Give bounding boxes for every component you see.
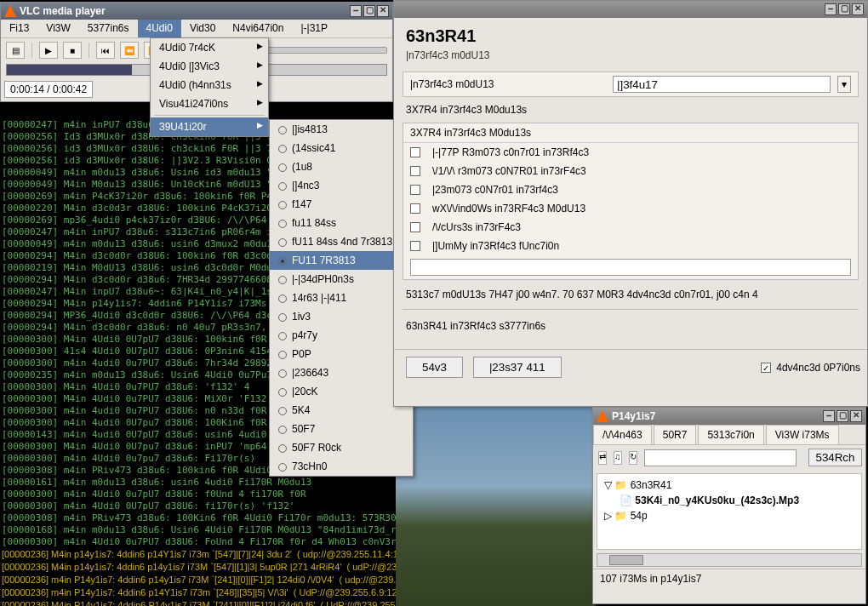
horizontal-scrollbar[interactable] [597, 553, 862, 567]
equalizer-submenu: |]is4813(14ssic41(1u8|]4nc3f147fu11 84ss… [269, 119, 414, 477]
close-icon[interactable]: ✕ [850, 410, 862, 422]
extra-modules-group: 3X7R4 in73rf4c3 M0du13s |-|77P R3m073 c0… [403, 123, 859, 280]
dropdown-icon[interactable]: ▾ [837, 76, 851, 93]
interface-module-field[interactable] [613, 76, 831, 93]
advanced-checkbox[interactable] [761, 363, 771, 373]
playlist-tab[interactable]: 5313c7i0n [698, 425, 763, 444]
menu-4udi0[interactable]: 4Udi0 [138, 20, 181, 37]
minimize-icon[interactable]: ‒ [350, 5, 362, 17]
equalizer-preset[interactable]: |]4nc3 [270, 176, 413, 195]
tree-item[interactable]: 📄 53K4i_n0_y4KUs0ku_(42s3c).Mp3 [604, 493, 854, 508]
maximize-icon[interactable]: ▢ [837, 410, 848, 422]
playlist-tab[interactable]: Vi3W i73Ms [766, 425, 839, 444]
vlc-titlebar[interactable]: VLC media player ‒ ▢ ✕ [1, 3, 392, 20]
playlist-tabs: /\/\4n46350R75313c7i0nVi3W i73Ms [593, 425, 865, 445]
modules-note: 5313c7 m0dU13s 7H47 j00 w4n7. 70 637 M0R… [394, 285, 867, 304]
time-display: 0:00:14 / 0:00:42 [4, 81, 93, 98]
playlist-search-input[interactable] [644, 449, 797, 466]
maximize-icon[interactable]: ▢ [838, 3, 850, 15]
equalizer-preset[interactable]: 50F7 [270, 420, 413, 438]
equalizer-preset[interactable]: 1iv3 [270, 307, 413, 326]
audio-menu: 4Udi0 7r4cK4Udi0 |]3Vic34Udi0 (h4nn31sVi… [150, 37, 269, 137]
vlc-cone-icon [4, 5, 16, 17]
search-button[interactable]: 534Rch [808, 449, 863, 466]
module-checkbox[interactable] [410, 185, 420, 195]
minimize-icon[interactable]: ‒ [823, 410, 835, 422]
playlist-tree[interactable]: ▽ 📁 63n3R41 📄 53K4i_n0_y4KUs0ku_(42s3c).… [597, 473, 862, 550]
playlist-status: 107 i73Ms in p14y1is7 [593, 569, 865, 588]
prefs-titlebar[interactable]: ‒ ▢ ✕ [394, 1, 867, 18]
desktop-wallpaper [396, 407, 596, 606]
module-extra-field[interactable] [410, 259, 851, 276]
playlist-titlebar[interactable]: P14y1is7 ‒ ▢ ✕ [593, 408, 865, 425]
equalizer-preset[interactable]: p4r7y [270, 326, 413, 345]
vlc-cone-icon [597, 410, 608, 422]
menu-fi13[interactable]: Fi13 [1, 20, 37, 37]
stop-button[interactable]: ■ [63, 42, 82, 59]
playlist-title: P14y1is7 [612, 410, 655, 422]
playlist-tab[interactable]: 50R7 [654, 425, 697, 444]
advanced-label: 4dv4nc3d 0P7i0ns [776, 362, 860, 374]
playlist-window: P14y1is7 ‒ ▢ ✕ /\/\4n46350R75313c7i0nVi3… [592, 407, 866, 604]
equalizer-preset[interactable]: (1u8 [270, 157, 413, 176]
equalizer-preset[interactable]: fu11 84ss [270, 214, 413, 232]
audio-menu-item[interactable]: 4Udi0 (h4nn31s [151, 76, 268, 94]
audio-menu-item[interactable]: 4Udi0 7r4cK [151, 38, 268, 57]
loop-icon[interactable]: ↻ [629, 451, 637, 465]
menu-|-|31p[interactable]: |-|31P [292, 20, 336, 37]
menu-n4vi647i0n[interactable]: N4vi647i0n [224, 20, 292, 37]
save-button[interactable]: 54v3 [406, 357, 463, 378]
prefs-title: 63n3R41 [394, 18, 867, 49]
module-label: wX\/\/ind0Ws in73RF4c3 M0dU13 [432, 203, 585, 214]
module-label: |]UmMy in73Rf4c3 fUnc7i0n [432, 240, 559, 252]
module-label: |-|77P R3m073 c0n7r01 in73Rf4c3 [432, 146, 589, 158]
play-button[interactable]: ▶ [39, 42, 58, 59]
equalizer-preset[interactable]: 73cHn0 [270, 457, 413, 476]
equalizer-preset[interactable]: f147 [270, 195, 413, 214]
interface-module-label: |n73rf4c3 m0dU13 [410, 78, 606, 90]
module-checkbox[interactable] [410, 166, 420, 176]
module-checkbox[interactable] [410, 222, 420, 232]
close-icon[interactable]: ✕ [852, 3, 864, 15]
tree-root[interactable]: ▽ 📁 63n3R41 [604, 477, 854, 493]
equalizer-preset[interactable]: |236643 [270, 363, 413, 382]
equalizer-preset[interactable]: 14r63 |-|411 [270, 289, 413, 307]
module-checkbox[interactable] [410, 147, 420, 157]
module-label: /\/cUrs3s in73rF4c3 [432, 221, 521, 233]
module-checkbox[interactable] [410, 203, 420, 214]
prefs-subtitle: |n73rf4c3 m0dU13 [394, 49, 867, 66]
equalizer-preset[interactable]: 50F7 R0ck [270, 438, 413, 457]
menu-vid30[interactable]: Vid30 [181, 20, 224, 37]
equalizer-preset[interactable]: fU11 84ss 4nd 7r3813 [270, 232, 413, 251]
shuffle-icon[interactable]: ⇄ [598, 451, 607, 465]
menu-5377in6s[interactable]: 5377in6s [79, 20, 138, 37]
audio-menu-item[interactable]: Visu41i247i0ns [151, 94, 268, 113]
audio-menu-item[interactable]: 39U41i20r [151, 117, 268, 136]
repeat-icon[interactable]: ♫ [614, 451, 622, 465]
equalizer-preset[interactable]: |-|34dPH0n3s [270, 270, 413, 289]
open-button[interactable]: ▤ [6, 42, 25, 59]
equalizer-preset[interactable]: (14ssic41 [270, 139, 413, 157]
general-settings-heading: 63n3R41 in73Rf4c3 s3777in6s [394, 315, 867, 349]
playlist-tab[interactable]: /\/\4n463 [593, 425, 652, 444]
tree-root[interactable]: ▷ 📁 54p [604, 508, 854, 523]
prefs-bottom-bar: 54v3 |23s37 411 4dv4nc3d 0P7i0ns [394, 349, 867, 385]
audio-menu-item[interactable]: 4Udi0 |]3Vic3 [151, 57, 268, 76]
equalizer-preset[interactable]: |20cK [270, 382, 413, 401]
close-icon[interactable]: ✕ [377, 5, 389, 17]
interface-module-group: |n73rf4c3 m0dU13 ▾ [403, 71, 859, 97]
playlist-toolbar: ⇄ ♫ ↻ 534Rch [593, 445, 865, 470]
equalizer-preset[interactable]: P0P [270, 345, 413, 363]
equalizer-preset[interactable]: FU11 7R3813 [270, 251, 413, 270]
menu-vi3w[interactable]: Vi3W [37, 20, 78, 37]
prev-button[interactable]: ⏮ [96, 42, 115, 59]
rewind-button[interactable]: ⏪ [120, 42, 139, 59]
maximize-icon[interactable]: ▢ [363, 5, 375, 17]
reset-button[interactable]: |23s37 411 [473, 357, 562, 378]
equalizer-preset[interactable]: 5K4 [270, 401, 413, 420]
equalizer-preset[interactable]: |]is4813 [270, 120, 413, 139]
minimize-icon[interactable]: ‒ [825, 3, 837, 15]
module-label: |23m073 c0N7r01 in73rf4c3 [432, 184, 558, 196]
prefs-window: ‒ ▢ ✕ 63n3R41 |n73rf4c3 m0dU13 |n73rf4c3… [393, 0, 868, 407]
module-checkbox[interactable] [410, 241, 420, 251]
